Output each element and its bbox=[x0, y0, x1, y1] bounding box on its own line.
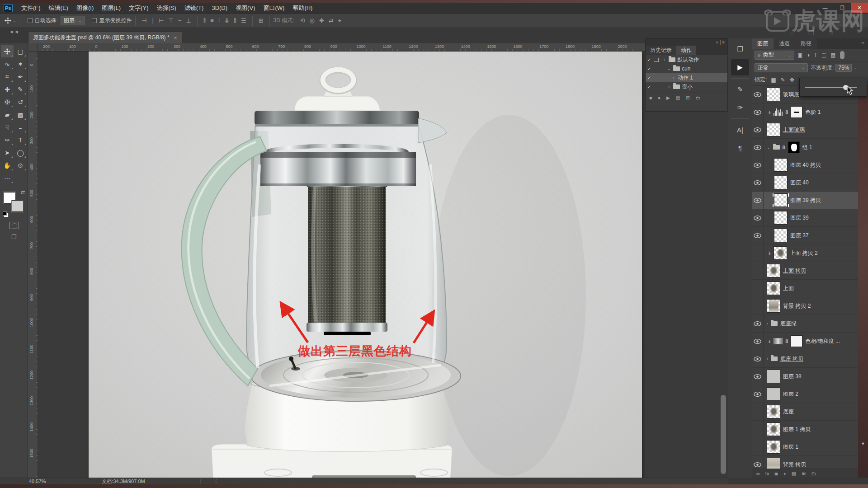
shape-tool[interactable]: ◯ bbox=[14, 146, 27, 159]
layer-name[interactable]: 图层 40 拷贝 bbox=[790, 161, 821, 169]
layer-thumbnail[interactable] bbox=[767, 264, 780, 277]
blend-mode-dropdown[interactable]: 正常 ⌄ bbox=[755, 63, 808, 72]
layer-name[interactable]: 上面 拷贝 2 bbox=[790, 249, 817, 257]
expand-caret-icon[interactable]: › bbox=[667, 84, 671, 89]
distribute-spacing-icon[interactable]: ⊞ bbox=[256, 17, 266, 24]
filter-kind-icon[interactable]: ◑ bbox=[807, 52, 810, 58]
expand-caret-icon[interactable]: › bbox=[767, 357, 768, 361]
layer-row[interactable]: ⌄8组 1 bbox=[752, 139, 858, 156]
menu-item[interactable]: 文件(F) bbox=[17, 3, 45, 13]
collapse-toolbar-icon[interactable]: ◄◄ bbox=[9, 29, 19, 34]
layers-scrollbar[interactable]: ▲ ▼ bbox=[858, 86, 868, 478]
menu-item[interactable]: 图层(L) bbox=[98, 3, 125, 13]
menu-item[interactable]: 视图(V) bbox=[231, 3, 259, 13]
crop-tool[interactable]: ⌗ bbox=[1, 70, 14, 83]
layer-thumbnail[interactable] bbox=[774, 176, 788, 189]
action-row[interactable]: ✓⌄cun bbox=[646, 64, 727, 73]
layer-name[interactable]: 图层 38 bbox=[783, 373, 802, 380]
layer-name[interactable]: 上面玻璃 bbox=[783, 126, 805, 134]
actions-panel-icon[interactable]: ▶ bbox=[731, 59, 749, 75]
layer-row[interactable]: 底座 bbox=[752, 403, 858, 421]
lasso-tool[interactable]: ∿ bbox=[1, 58, 14, 70]
expand-caret-icon[interactable]: › bbox=[767, 321, 768, 326]
more-tools[interactable]: ⋯ bbox=[1, 172, 14, 184]
healing-brush-tool[interactable]: ✚ bbox=[1, 83, 14, 95]
smudge-tool[interactable]: ☟ bbox=[1, 121, 14, 133]
chevron-down-icon[interactable]: ⌄ bbox=[854, 66, 857, 70]
layer-filter-type[interactable]: ⌕ 类型 ⌄ bbox=[755, 51, 794, 60]
3d-mode-icon[interactable]: ⌖ bbox=[336, 17, 344, 24]
tab-历史记录[interactable]: 历史记录 bbox=[646, 46, 676, 55]
layer-thumbnail[interactable] bbox=[774, 211, 788, 225]
align-icon[interactable]: ⊥ bbox=[184, 17, 193, 24]
layers-footer-icon[interactable]: ⊞ bbox=[802, 470, 806, 476]
status-arrow-icon[interactable]: 〉 bbox=[199, 478, 204, 485]
document-canvas[interactable]: 做出第三层黑色结构 bbox=[89, 52, 642, 478]
link-mask-icon[interactable]: 8 bbox=[785, 109, 788, 115]
menu-item[interactable]: 编辑(E) bbox=[45, 3, 72, 13]
eye-visible-toggle[interactable] bbox=[752, 368, 764, 385]
layer-row[interactable]: 图层 39 拷贝 bbox=[752, 192, 858, 209]
eye-hidden-toggle[interactable] bbox=[752, 438, 764, 455]
eye-visible-toggle[interactable] bbox=[752, 174, 764, 191]
layer-thumbnail[interactable] bbox=[774, 229, 788, 242]
layers-footer-icon[interactable]: ◙ bbox=[774, 471, 778, 476]
character-panel-icon[interactable]: A| bbox=[731, 122, 749, 138]
layer-name[interactable]: 图层 39 bbox=[790, 214, 809, 222]
status-arrows[interactable]: 〉〈 bbox=[145, 478, 217, 485]
pen-tool[interactable]: ✑ bbox=[1, 134, 14, 146]
layer-thumbnail[interactable] bbox=[767, 405, 780, 418]
3d-mode-icon[interactable]: ◎ bbox=[307, 17, 317, 24]
background-color-swatch[interactable] bbox=[12, 200, 24, 212]
eye-hidden-toggle[interactable] bbox=[752, 297, 764, 314]
eye-visible-toggle[interactable] bbox=[752, 385, 764, 403]
layer-row[interactable]: ↴8色相/饱和度 ... bbox=[752, 333, 858, 350]
dialog-toggle[interactable] bbox=[654, 85, 659, 89]
layer-mask-thumbnail[interactable] bbox=[791, 106, 802, 118]
menu-item[interactable]: 窗口(W) bbox=[259, 3, 288, 13]
lock-icon[interactable]: ▦ bbox=[771, 77, 776, 83]
filter-kind-icon[interactable]: ▣ bbox=[797, 52, 802, 58]
layer-name[interactable]: 图层 2 bbox=[783, 390, 798, 398]
dialog-toggle[interactable] bbox=[654, 76, 659, 80]
align-icon[interactable]: ⊣ bbox=[139, 17, 149, 24]
layer-row[interactable]: 图层 1 bbox=[752, 438, 858, 456]
quick-mask-button[interactable] bbox=[9, 222, 19, 229]
show-transform-checkbox[interactable] bbox=[92, 18, 97, 23]
layer-row[interactable]: ↴8色阶 1 bbox=[752, 103, 858, 121]
3d-mode-icon[interactable]: ⟲ bbox=[298, 17, 307, 24]
zoom-level[interactable]: 40.57% bbox=[0, 479, 52, 484]
screen-mode-button[interactable]: ❐ bbox=[11, 234, 17, 240]
expand-caret-icon[interactable]: › bbox=[671, 75, 676, 80]
layer-row[interactable]: ↴上面 拷贝 2 bbox=[752, 244, 858, 262]
close-tab-icon[interactable]: × bbox=[174, 35, 177, 41]
eraser-tool[interactable]: ▰ bbox=[1, 108, 14, 121]
layer-row[interactable]: ›底座 拷贝 bbox=[752, 350, 858, 368]
tab-图层[interactable]: 图层 bbox=[752, 38, 774, 49]
expand-caret-icon[interactable]: ⌄ bbox=[667, 66, 671, 71]
layer-thumbnail[interactable] bbox=[767, 387, 780, 401]
filter-kind-icon[interactable]: ▤ bbox=[830, 52, 835, 58]
filter-toggle-knob[interactable] bbox=[840, 51, 844, 59]
action-check[interactable]: ✓ bbox=[646, 75, 652, 80]
eye-hidden-toggle[interactable] bbox=[752, 403, 764, 420]
layer-row[interactable]: 图层 40 bbox=[752, 174, 858, 192]
layer-mask-thumbnail[interactable] bbox=[788, 141, 800, 153]
layer-thumbnail[interactable] bbox=[767, 440, 780, 454]
dialog-toggle[interactable] bbox=[654, 58, 659, 62]
auto-select-dropdown[interactable]: 图层 ⌄ bbox=[61, 16, 85, 25]
layer-name[interactable]: 组 1 bbox=[802, 144, 812, 151]
actions-footer-icon[interactable]: ▶ bbox=[666, 95, 670, 100]
layers-footer-icon[interactable]: ▤ bbox=[792, 470, 796, 476]
layer-name[interactable]: 色阶 1 bbox=[805, 108, 821, 116]
menu-item[interactable]: 帮助(H) bbox=[288, 3, 316, 13]
distribute-icon[interactable]: ☰ bbox=[239, 17, 249, 24]
layer-row[interactable]: 上面 bbox=[752, 280, 858, 297]
link-mask-icon[interactable]: 8 bbox=[783, 145, 785, 150]
eye-visible-toggle[interactable] bbox=[752, 209, 764, 226]
menu-item[interactable]: 文字(Y) bbox=[125, 3, 152, 13]
layer-row[interactable]: 背景 拷贝 2 bbox=[752, 297, 858, 315]
layer-name[interactable]: 图层 39 拷贝 bbox=[790, 197, 821, 204]
type-tool[interactable]: T bbox=[14, 134, 27, 146]
actions-footer-icon[interactable]: ⊞ bbox=[686, 95, 689, 100]
